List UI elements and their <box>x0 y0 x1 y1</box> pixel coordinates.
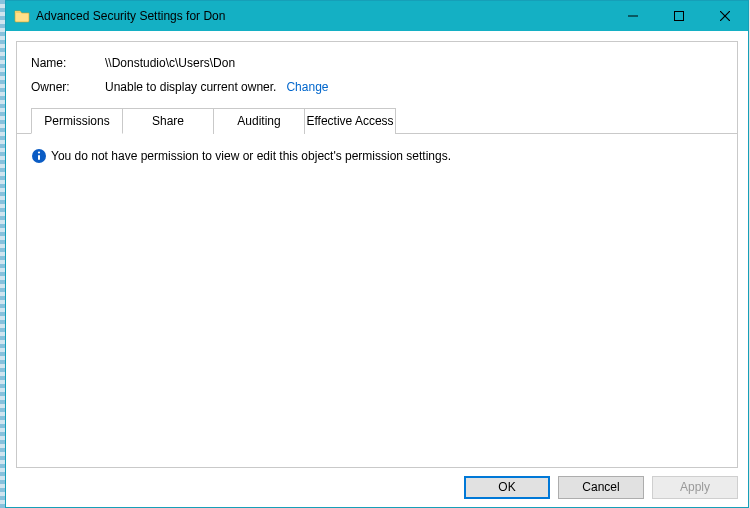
name-value: \\Donstudio\c\Users\Don <box>105 56 235 70</box>
tabs-row: Permissions Share Auditing Effective Acc… <box>17 108 737 134</box>
ok-button[interactable]: OK <box>464 476 550 499</box>
title-bar[interactable]: Advanced Security Settings for Don <box>6 1 748 31</box>
permission-message-row: You do not have permission to view or ed… <box>31 148 723 164</box>
close-button[interactable] <box>702 1 748 31</box>
apply-button: Apply <box>652 476 738 499</box>
owner-value: Unable to display current owner. <box>105 80 276 94</box>
dialog-window: Advanced Security Settings for Don Name:… <box>5 0 749 508</box>
owner-row: Owner: Unable to display current owner. … <box>17 80 737 104</box>
name-label: Name: <box>31 56 105 70</box>
folder-icon <box>14 8 30 24</box>
content-outer: Name: \\Donstudio\c\Users\Don Owner: Una… <box>6 31 748 507</box>
tab-permissions[interactable]: Permissions <box>31 108 123 134</box>
window-controls <box>610 1 748 31</box>
info-icon <box>31 148 47 164</box>
name-row: Name: \\Donstudio\c\Users\Don <box>17 56 737 80</box>
svg-rect-1 <box>675 12 684 21</box>
minimize-button[interactable] <box>610 1 656 31</box>
tab-content-permissions: You do not have permission to view or ed… <box>17 134 737 467</box>
content-box: Name: \\Donstudio\c\Users\Don Owner: Una… <box>16 41 738 468</box>
button-bar: OK Cancel Apply <box>16 468 738 499</box>
change-owner-link[interactable]: Change <box>286 80 328 94</box>
svg-point-6 <box>38 151 40 153</box>
permission-message: You do not have permission to view or ed… <box>51 149 451 163</box>
cancel-button[interactable]: Cancel <box>558 476 644 499</box>
owner-label: Owner: <box>31 80 105 94</box>
window-title: Advanced Security Settings for Don <box>36 9 610 23</box>
tab-auditing[interactable]: Auditing <box>213 108 305 134</box>
maximize-button[interactable] <box>656 1 702 31</box>
svg-rect-5 <box>38 155 40 160</box>
tab-effective-access[interactable]: Effective Access <box>304 108 396 134</box>
tab-share[interactable]: Share <box>122 108 214 134</box>
